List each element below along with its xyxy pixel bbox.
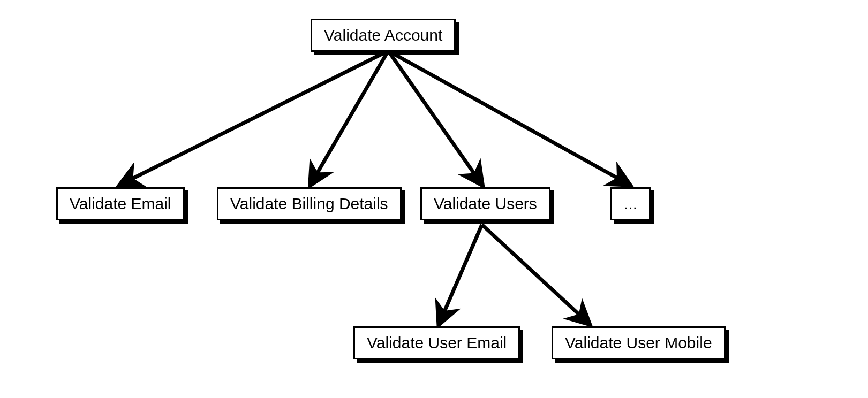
node-label: Validate User Mobile	[565, 334, 712, 351]
node-validate-user-email: Validate User Email	[353, 326, 520, 359]
node-label: Validate User Email	[367, 334, 507, 351]
node-validate-email: Validate Email	[56, 187, 185, 220]
node-validate-users: Validate Users	[420, 187, 550, 220]
svg-line-4	[439, 225, 482, 324]
svg-line-3	[388, 51, 629, 185]
node-label: Validate Users	[434, 195, 537, 212]
node-validate-billing-details: Validate Billing Details	[217, 187, 402, 220]
svg-line-5	[482, 225, 589, 324]
node-validate-user-mobile: Validate User Mobile	[552, 326, 726, 359]
node-label: Validate Email	[70, 195, 171, 212]
svg-line-1	[311, 51, 388, 185]
node-more: ...	[610, 187, 651, 220]
svg-line-0	[120, 51, 388, 185]
node-label: Validate Account	[324, 26, 442, 44]
svg-line-2	[388, 51, 482, 185]
diagram-canvas: Validate Account Validate Email Validate…	[0, 0, 868, 398]
node-label: ...	[624, 195, 637, 212]
node-validate-account: Validate Account	[311, 19, 456, 52]
node-label: Validate Billing Details	[230, 195, 388, 212]
